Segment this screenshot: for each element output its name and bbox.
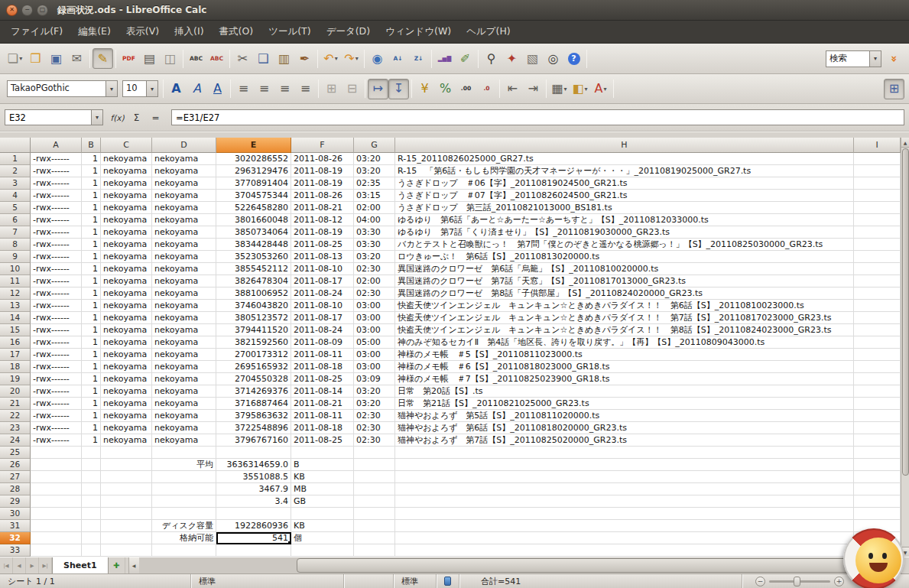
- cell-H17[interactable]: 神様のメモ帳 ＃5【S】_20110811023000.ts: [395, 349, 854, 361]
- cell-E31[interactable]: 1922860936: [216, 520, 291, 532]
- cell-F13[interactable]: 2011-08-10: [291, 300, 354, 312]
- cell-H25[interactable]: [395, 447, 854, 459]
- redo-button[interactable]: ↷▾: [341, 48, 362, 69]
- cell-G20[interactable]: 03:20: [354, 385, 395, 398]
- row-header-23[interactable]: 23: [0, 422, 31, 434]
- percent-format-button[interactable]: %: [435, 79, 456, 99]
- column-header-A[interactable]: A: [31, 138, 82, 153]
- row-header-18[interactable]: 18: [0, 361, 31, 373]
- cell-C21[interactable]: nekoyama: [101, 398, 152, 410]
- cell-C8[interactable]: nekoyama: [101, 239, 152, 251]
- cell-G22[interactable]: 02:30: [354, 410, 395, 422]
- save-button[interactable]: ▣: [46, 48, 67, 69]
- cell-H9[interactable]: ロウきゅーぶ！ 第6話【S】_20110813020000.ts: [395, 251, 854, 263]
- cell-F15[interactable]: 2011-08-24: [291, 324, 354, 336]
- align-left-button[interactable]: ≡: [233, 79, 254, 99]
- page-preview-button[interactable]: ◫: [160, 48, 180, 69]
- cell-C20[interactable]: nekoyama: [101, 385, 152, 398]
- cell-I27[interactable]: [854, 471, 901, 483]
- cell-C23[interactable]: nekoyama: [101, 422, 152, 434]
- cell-D2[interactable]: nekoyama: [152, 165, 216, 177]
- row-header-33[interactable]: 33: [0, 544, 31, 557]
- cell-H15[interactable]: 快盗天使ツインエンジェル キュンキュン☆ときめきパラダイス！！ 第8話【S】_2…: [395, 324, 854, 336]
- cell-B5[interactable]: 1: [82, 202, 101, 214]
- cell-F31[interactable]: KB: [291, 520, 354, 532]
- cell-B28[interactable]: [82, 483, 101, 495]
- cell-I13[interactable]: [854, 300, 901, 312]
- cell-E11[interactable]: 3826478304: [216, 275, 291, 288]
- menu-item-5[interactable]: 書式(O): [212, 21, 261, 43]
- font-size-combo[interactable]: 10▾: [122, 80, 158, 97]
- cell-C30[interactable]: [101, 508, 152, 520]
- select-all-corner[interactable]: [0, 138, 31, 153]
- cell-E5[interactable]: 5226458280: [216, 202, 291, 214]
- cell-G18[interactable]: 03:00: [354, 361, 395, 373]
- cell-B21[interactable]: 1: [82, 398, 101, 410]
- show-draw-functions-button[interactable]: ✐: [455, 48, 476, 69]
- cell-D11[interactable]: nekoyama: [152, 275, 216, 288]
- cell-F2[interactable]: 2011-08-19: [291, 165, 354, 177]
- cell-C11[interactable]: nekoyama: [101, 275, 152, 288]
- cell-I25[interactable]: [854, 447, 901, 459]
- bold-button[interactable]: A: [166, 79, 187, 99]
- cell-F16[interactable]: 2011-08-09: [291, 336, 354, 349]
- cell-B13[interactable]: 1: [82, 300, 101, 312]
- gallery-button[interactable]: ▧: [522, 48, 543, 69]
- row-header-15[interactable]: 15: [0, 324, 31, 336]
- hyperlink-button[interactable]: ◉: [367, 48, 388, 69]
- cell-H3[interactable]: うさぎドロップ ＃06【字】_20110819024500_GR21.ts: [395, 177, 854, 190]
- cell-D7[interactable]: nekoyama: [152, 226, 216, 239]
- cell-A12[interactable]: -rwx------: [31, 288, 82, 300]
- row-header-29[interactable]: 29: [0, 495, 31, 508]
- background-color-button[interactable]: ◧▾: [570, 79, 590, 99]
- cell-F24[interactable]: 2011-08-25: [291, 434, 354, 447]
- cell-G28[interactable]: [354, 483, 395, 495]
- cell-I9[interactable]: [854, 251, 901, 263]
- cell-D26[interactable]: 平均: [152, 459, 216, 471]
- cell-D15[interactable]: nekoyama: [152, 324, 216, 336]
- cell-A15[interactable]: -rwx------: [31, 324, 82, 336]
- row-header-21[interactable]: 21: [0, 398, 31, 410]
- cell-D17[interactable]: nekoyama: [152, 349, 216, 361]
- menu-item-2[interactable]: 編集(E): [70, 21, 118, 43]
- cell-E27[interactable]: 3551088.5: [216, 471, 291, 483]
- cell-D4[interactable]: nekoyama: [152, 190, 216, 202]
- cell-G33[interactable]: [354, 544, 395, 557]
- cell-D3[interactable]: nekoyama: [152, 177, 216, 190]
- column-header-I[interactable]: I: [854, 138, 901, 153]
- row-header-1[interactable]: 1: [0, 153, 31, 165]
- cell-B20[interactable]: 1: [82, 385, 101, 398]
- row-header-20[interactable]: 20: [0, 385, 31, 398]
- cell-H16[interactable]: 神のみぞ知るセカイⅡ 第4話「地区長、誇りを取り戻す。」【再】【S】_20110…: [395, 336, 854, 349]
- cell-I2[interactable]: [854, 165, 901, 177]
- cell-H21[interactable]: 日常 第21話【S】_20110821025000_GR23.ts: [395, 398, 854, 410]
- cell-E8[interactable]: 3834428448: [216, 239, 291, 251]
- cell-C31[interactable]: [101, 520, 152, 532]
- new-document-button[interactable]: ❏▾: [5, 48, 25, 69]
- cell-H8[interactable]: バカとテストと召喚獣にっ！ 第7問「僕とのぞきと遥かなる桃源郷っ！」【S】_20…: [395, 239, 854, 251]
- cell-I19[interactable]: [854, 373, 901, 385]
- selection-mode[interactable]: 標準: [394, 574, 437, 588]
- cell-A29[interactable]: [31, 495, 82, 508]
- cell-D25[interactable]: [152, 447, 216, 459]
- cell-A10[interactable]: -rwx------: [31, 263, 82, 275]
- last-sheet-button[interactable]: ▶|: [39, 557, 52, 573]
- cell-A4[interactable]: -rwx------: [31, 190, 82, 202]
- cell-C32[interactable]: [101, 532, 152, 544]
- cell-D28[interactable]: [152, 483, 216, 495]
- horizontal-scrollbar[interactable]: ◀ ▶: [128, 557, 901, 573]
- auto-spellcheck-button[interactable]: ABC: [206, 48, 227, 69]
- row-header-9[interactable]: 9: [0, 251, 31, 263]
- cell-I7[interactable]: [854, 226, 901, 239]
- cell-A3[interactable]: -rwx------: [31, 177, 82, 190]
- vertical-scroll-thumb[interactable]: [902, 148, 909, 476]
- cell-A18[interactable]: -rwx------: [31, 361, 82, 373]
- horizontal-scroll-thumb[interactable]: [297, 558, 891, 573]
- cell-G11[interactable]: 02:00: [354, 275, 395, 288]
- cell-E6[interactable]: 3801660048: [216, 214, 291, 226]
- row-header-17[interactable]: 17: [0, 349, 31, 361]
- row-header-19[interactable]: 19: [0, 373, 31, 385]
- cell-F18[interactable]: 2011-08-18: [291, 361, 354, 373]
- cell-H18[interactable]: 神様のメモ帳 ＃6【S】_20110818023000_GR18.ts: [395, 361, 854, 373]
- cell-H32[interactable]: [395, 532, 854, 544]
